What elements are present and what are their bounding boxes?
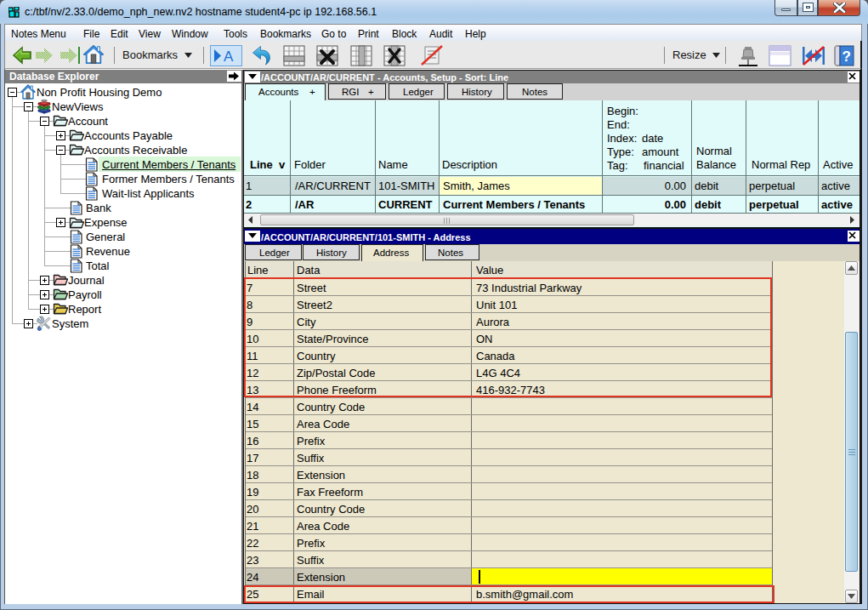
svg-text:?: ? <box>842 48 851 65</box>
